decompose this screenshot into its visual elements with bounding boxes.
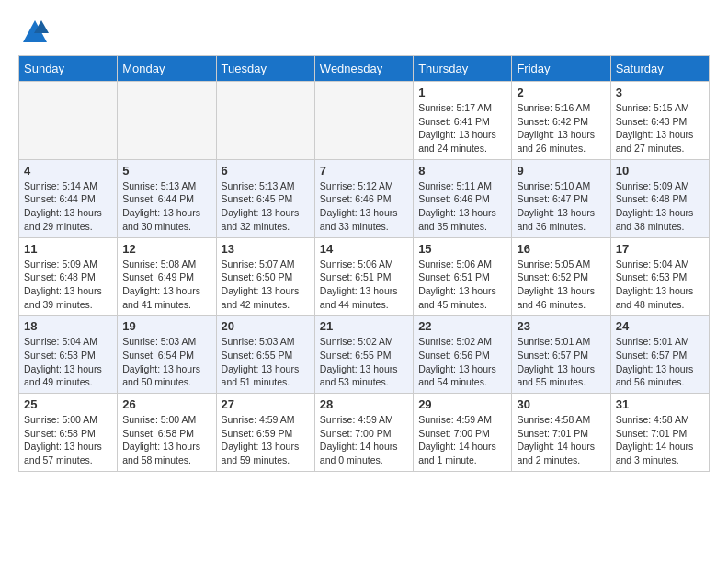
day-info: Sunrise: 4:59 AM Sunset: 6:59 PM Dayligh… <box>222 413 310 467</box>
calendar-week-2: 4Sunrise: 5:14 AM Sunset: 6:44 PM Daylig… <box>19 159 710 237</box>
day-info: Sunrise: 5:03 AM Sunset: 6:54 PM Dayligh… <box>122 335 210 389</box>
day-info: Sunrise: 4:59 AM Sunset: 7:00 PM Dayligh… <box>320 413 408 467</box>
day-info: Sunrise: 5:13 AM Sunset: 6:44 PM Dayligh… <box>122 179 210 234</box>
day-number: 29 <box>418 397 506 411</box>
logo-icon <box>21 18 49 46</box>
day-info: Sunrise: 5:15 AM Sunset: 6:43 PM Dayligh… <box>616 101 704 155</box>
day-info: Sunrise: 5:14 AM Sunset: 6:44 PM Dayligh… <box>24 179 112 234</box>
calendar-day: 23Sunrise: 5:01 AM Sunset: 6:57 PM Dayli… <box>512 316 610 394</box>
calendar-day: 15Sunrise: 5:06 AM Sunset: 6:51 PM Dayli… <box>414 237 512 316</box>
calendar-day: 27Sunrise: 4:59 AM Sunset: 6:59 PM Dayli… <box>216 394 314 472</box>
calendar-day: 31Sunrise: 4:58 AM Sunset: 7:01 PM Dayli… <box>610 394 709 472</box>
day-number: 28 <box>320 397 408 411</box>
header-cell-thursday: Thursday <box>414 56 512 82</box>
day-number: 30 <box>517 397 605 411</box>
day-number: 22 <box>418 319 506 333</box>
day-info: Sunrise: 5:04 AM Sunset: 6:53 PM Dayligh… <box>616 258 704 312</box>
day-number: 17 <box>616 242 704 256</box>
calendar-header: SundayMondayTuesdayWednesdayThursdayFrid… <box>19 56 710 82</box>
calendar-day: 2Sunrise: 5:16 AM Sunset: 6:42 PM Daylig… <box>512 82 610 160</box>
day-info: Sunrise: 5:08 AM Sunset: 6:49 PM Dayligh… <box>122 258 210 312</box>
day-info: Sunrise: 5:17 AM Sunset: 6:41 PM Dayligh… <box>418 101 506 155</box>
day-number: 3 <box>616 86 704 99</box>
day-info: Sunrise: 5:11 AM Sunset: 6:46 PM Dayligh… <box>418 179 506 234</box>
calendar-day: 20Sunrise: 5:03 AM Sunset: 6:55 PM Dayli… <box>216 316 314 394</box>
day-info: Sunrise: 5:01 AM Sunset: 6:57 PM Dayligh… <box>517 335 605 389</box>
calendar-day: 5Sunrise: 5:13 AM Sunset: 6:44 PM Daylig… <box>118 159 216 237</box>
day-number: 12 <box>122 242 210 256</box>
day-info: Sunrise: 5:05 AM Sunset: 6:52 PM Dayligh… <box>517 258 605 312</box>
calendar-day: 24Sunrise: 5:01 AM Sunset: 6:57 PM Dayli… <box>610 316 709 394</box>
day-number: 26 <box>122 397 210 411</box>
day-info: Sunrise: 4:58 AM Sunset: 7:01 PM Dayligh… <box>517 413 605 467</box>
day-number: 2 <box>517 86 605 99</box>
day-number: 4 <box>24 164 112 178</box>
calendar-day: 16Sunrise: 5:05 AM Sunset: 6:52 PM Dayli… <box>512 237 610 316</box>
calendar-day: 19Sunrise: 5:03 AM Sunset: 6:54 PM Dayli… <box>118 316 216 394</box>
calendar-day <box>314 82 413 160</box>
day-number: 27 <box>222 397 310 411</box>
day-number: 20 <box>222 319 310 333</box>
day-number: 7 <box>320 164 408 178</box>
day-number: 18 <box>24 319 112 333</box>
calendar-day: 14Sunrise: 5:06 AM Sunset: 6:51 PM Dayli… <box>314 237 413 316</box>
header-cell-friday: Friday <box>512 56 610 82</box>
calendar-week-1: 1Sunrise: 5:17 AM Sunset: 6:41 PM Daylig… <box>19 82 710 160</box>
header-cell-saturday: Saturday <box>610 56 709 82</box>
day-info: Sunrise: 5:16 AM Sunset: 6:42 PM Dayligh… <box>517 101 605 155</box>
day-info: Sunrise: 4:59 AM Sunset: 7:00 PM Dayligh… <box>418 413 506 467</box>
calendar-week-3: 11Sunrise: 5:09 AM Sunset: 6:48 PM Dayli… <box>19 237 710 316</box>
day-info: Sunrise: 5:00 AM Sunset: 6:58 PM Dayligh… <box>24 413 112 467</box>
calendar-day: 22Sunrise: 5:02 AM Sunset: 6:56 PM Dayli… <box>414 316 512 394</box>
calendar-day: 29Sunrise: 4:59 AM Sunset: 7:00 PM Dayli… <box>414 394 512 472</box>
day-info: Sunrise: 5:13 AM Sunset: 6:45 PM Dayligh… <box>222 179 310 234</box>
day-number: 13 <box>222 242 310 256</box>
day-number: 11 <box>24 242 112 256</box>
calendar-day: 8Sunrise: 5:11 AM Sunset: 6:46 PM Daylig… <box>414 159 512 237</box>
header-cell-monday: Monday <box>118 56 216 82</box>
calendar-day: 30Sunrise: 4:58 AM Sunset: 7:01 PM Dayli… <box>512 394 610 472</box>
calendar-day <box>118 82 216 160</box>
calendar-week-5: 25Sunrise: 5:00 AM Sunset: 6:58 PM Dayli… <box>19 394 710 472</box>
calendar-day: 13Sunrise: 5:07 AM Sunset: 6:50 PM Dayli… <box>216 237 314 316</box>
calendar-day: 1Sunrise: 5:17 AM Sunset: 6:41 PM Daylig… <box>414 82 512 160</box>
day-info: Sunrise: 5:02 AM Sunset: 6:56 PM Dayligh… <box>418 335 506 389</box>
logo <box>18 18 49 46</box>
day-info: Sunrise: 5:07 AM Sunset: 6:50 PM Dayligh… <box>222 258 310 312</box>
calendar-day: 18Sunrise: 5:04 AM Sunset: 6:53 PM Dayli… <box>19 316 118 394</box>
calendar-day: 10Sunrise: 5:09 AM Sunset: 6:48 PM Dayli… <box>610 159 709 237</box>
calendar-day: 28Sunrise: 4:59 AM Sunset: 7:00 PM Dayli… <box>314 394 413 472</box>
calendar-day: 4Sunrise: 5:14 AM Sunset: 6:44 PM Daylig… <box>19 159 118 237</box>
day-info: Sunrise: 5:04 AM Sunset: 6:53 PM Dayligh… <box>24 335 112 389</box>
calendar-day: 17Sunrise: 5:04 AM Sunset: 6:53 PM Dayli… <box>610 237 709 316</box>
day-number: 16 <box>517 242 605 256</box>
day-number: 6 <box>222 164 310 178</box>
day-number: 23 <box>517 319 605 333</box>
calendar-day: 12Sunrise: 5:08 AM Sunset: 6:49 PM Dayli… <box>118 237 216 316</box>
day-number: 9 <box>517 164 605 178</box>
day-info: Sunrise: 5:06 AM Sunset: 6:51 PM Dayligh… <box>418 258 506 312</box>
header-row: SundayMondayTuesdayWednesdayThursdayFrid… <box>19 56 710 82</box>
calendar-table: SundayMondayTuesdayWednesdayThursdayFrid… <box>18 55 710 472</box>
header-cell-wednesday: Wednesday <box>314 56 413 82</box>
day-number: 25 <box>24 397 112 411</box>
day-number: 31 <box>616 397 704 411</box>
day-info: Sunrise: 5:09 AM Sunset: 6:48 PM Dayligh… <box>24 258 112 312</box>
calendar-day: 6Sunrise: 5:13 AM Sunset: 6:45 PM Daylig… <box>216 159 314 237</box>
day-number: 8 <box>418 164 506 178</box>
day-number: 15 <box>418 242 506 256</box>
calendar-day: 21Sunrise: 5:02 AM Sunset: 6:55 PM Dayli… <box>314 316 413 394</box>
calendar-day: 3Sunrise: 5:15 AM Sunset: 6:43 PM Daylig… <box>610 82 709 160</box>
day-info: Sunrise: 5:12 AM Sunset: 6:46 PM Dayligh… <box>320 179 408 234</box>
calendar-body: 1Sunrise: 5:17 AM Sunset: 6:41 PM Daylig… <box>19 82 710 472</box>
day-number: 10 <box>616 164 704 178</box>
day-info: Sunrise: 5:01 AM Sunset: 6:57 PM Dayligh… <box>616 335 704 389</box>
day-number: 24 <box>616 319 704 333</box>
header-cell-sunday: Sunday <box>19 56 118 82</box>
calendar-day <box>19 82 118 160</box>
day-number: 5 <box>122 164 210 178</box>
day-info: Sunrise: 4:58 AM Sunset: 7:01 PM Dayligh… <box>616 413 704 467</box>
calendar-week-4: 18Sunrise: 5:04 AM Sunset: 6:53 PM Dayli… <box>19 316 710 394</box>
day-number: 14 <box>320 242 408 256</box>
calendar-day <box>216 82 314 160</box>
